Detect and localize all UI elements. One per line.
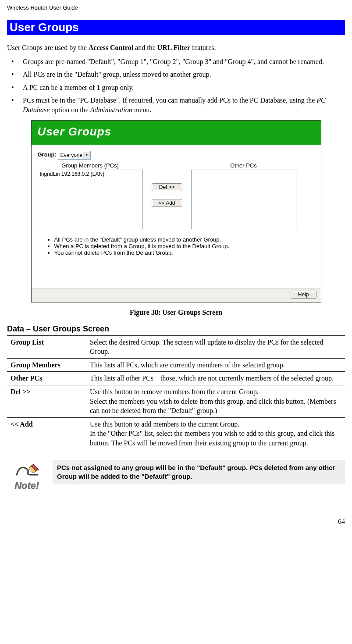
bullet-item: Groups are pre-named "Default", "Group 1… bbox=[7, 57, 345, 67]
group-label: Group: bbox=[38, 151, 57, 158]
note-label: Note! bbox=[7, 480, 46, 491]
note-item: You cannot delete PCs from the Default G… bbox=[54, 249, 315, 256]
data-table: Group List Select the desired Group. The… bbox=[7, 335, 345, 450]
note-item: When a PC is deleted from a Group, it is… bbox=[54, 243, 315, 249]
table-row: Group Members This lists all PCs, which … bbox=[7, 358, 345, 372]
add-button[interactable]: << Add bbox=[152, 199, 182, 207]
cell-desc: This lists all PCs, which are currently … bbox=[86, 358, 345, 372]
intro-paragraph: User Groups are used by the Access Contr… bbox=[7, 43, 345, 53]
cell-heading: << Add bbox=[7, 417, 86, 450]
intro-bold-1: Access Control bbox=[89, 44, 133, 51]
intro-bold-2: URL Filter bbox=[157, 44, 190, 51]
bullet-item: A PC can be a member of 1 group only. bbox=[7, 83, 345, 93]
cell-desc: This lists all other PCs – those, which … bbox=[86, 372, 345, 385]
feature-bullets: Groups are pre-named "Default", "Group 1… bbox=[7, 57, 345, 115]
cell-desc: Use this button to remove members from t… bbox=[86, 385, 345, 417]
bullet-item: PCs must be in the "PC Database". If req… bbox=[7, 96, 345, 114]
cell-heading: Group List bbox=[7, 335, 86, 358]
table-row: << Add Use this button to add members to… bbox=[7, 417, 345, 450]
cell-desc: Select the desired Group. The screen wil… bbox=[86, 335, 345, 358]
help-button[interactable]: Help bbox=[291, 291, 316, 299]
handwriting-icon bbox=[14, 460, 39, 479]
cell-desc: Use this button to add members to the cu… bbox=[86, 417, 345, 450]
list-item[interactable]: IngridLin 192.168.0.2 (LAN) bbox=[40, 171, 141, 177]
cell-heading: Del >> bbox=[7, 385, 86, 417]
del-button[interactable]: Del >> bbox=[152, 183, 182, 191]
table-row: Group List Select the desired Group. The… bbox=[7, 335, 345, 358]
chevron-down-icon[interactable]: ▼ bbox=[83, 152, 90, 159]
group-dropdown-value: Everyone bbox=[60, 152, 82, 158]
other-pcs-header: Other PCs bbox=[191, 162, 296, 169]
group-dropdown[interactable]: Everyone ▼ bbox=[58, 151, 91, 160]
note-icon-block: Note! bbox=[7, 460, 46, 491]
group-selector-row: Group: Everyone ▼ bbox=[38, 151, 315, 160]
intro-text-3: features. bbox=[190, 44, 216, 51]
intro-text-2: and the bbox=[133, 44, 157, 51]
user-groups-screenshot: User Groups Group: Everyone ▼ Group Memb… bbox=[31, 120, 321, 302]
cell-heading: Other PCs bbox=[7, 372, 86, 385]
note-item: All PCs are in the "Default" group unles… bbox=[54, 236, 315, 243]
bullet-item: All PCs are in the "Default" group, unle… bbox=[7, 70, 345, 79]
cell-heading: Group Members bbox=[7, 358, 86, 372]
page-number: 64 bbox=[7, 518, 345, 526]
intro-text-1: User Groups are used by the bbox=[7, 44, 89, 51]
screenshot-banner: User Groups bbox=[32, 121, 321, 145]
bullet4-text-1: PCs must be in the "PC Database". If req… bbox=[23, 96, 316, 104]
section-title: User Groups bbox=[7, 20, 345, 35]
bullet4-text-3: menu. bbox=[132, 106, 152, 114]
bullet4-text-2: option on the bbox=[50, 106, 90, 114]
table-row: Del >> Use this button to remove members… bbox=[7, 385, 345, 417]
note-box: PCs not assigned to any group will be in… bbox=[53, 460, 345, 485]
running-header: Wireless Router User Guide bbox=[7, 4, 345, 11]
figure-caption: Figure 38: User Groups Screen bbox=[7, 309, 345, 317]
data-subheading: Data – User Groups Screen bbox=[7, 324, 345, 334]
group-members-listbox[interactable]: IngridLin 192.168.0.2 (LAN) bbox=[38, 170, 143, 229]
bullet4-italic-2: Administration bbox=[90, 106, 132, 114]
other-pcs-listbox[interactable] bbox=[191, 170, 296, 229]
table-row: Other PCs This lists all other PCs – tho… bbox=[7, 372, 345, 385]
note-callout: Note! PCs not assigned to any group will… bbox=[7, 460, 345, 491]
members-header: Group Members (PCs) bbox=[38, 162, 143, 169]
screenshot-notes: All PCs are in the "Default" group unles… bbox=[38, 236, 315, 256]
